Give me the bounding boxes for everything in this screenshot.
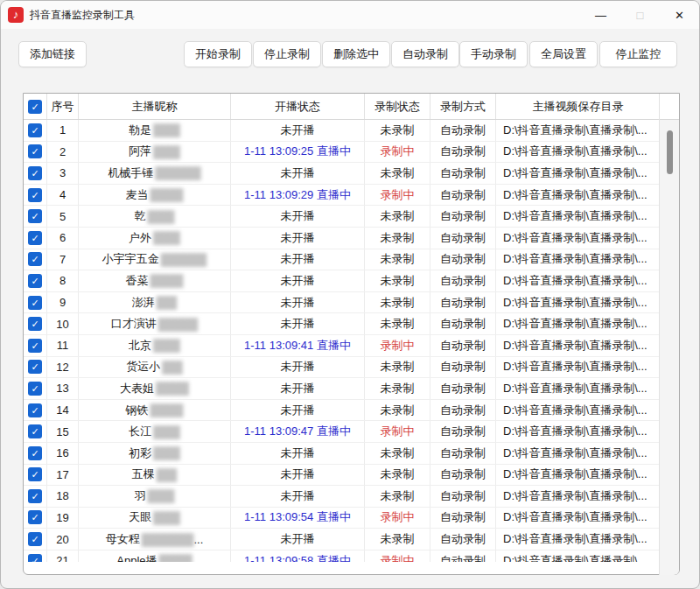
streamer-nickname: 小宇宇五金███████ [79,249,231,270]
streamer-nickname: 北京████ [79,335,231,356]
scrollbar-thumb[interactable] [667,130,673,174]
row-checkbox[interactable]: ✓ [28,209,42,223]
row-checkbox[interactable]: ✓ [28,382,42,396]
row-index: 16 [47,443,79,464]
row-checkbox-cell: ✓ [24,292,47,313]
table-row[interactable]: ✓2阿萍████1-11 13:09:25 直播中录制中自动录制D:\抖音直播录… [24,142,660,164]
minimize-icon[interactable]: — [581,1,620,29]
row-index: 6 [47,228,79,249]
table-row[interactable]: ✓15长江████1-11 13:09:47 直播中录制中自动录制D:\抖音直播… [24,421,660,443]
row-index: 3 [47,163,79,184]
row-checkbox-cell: ✓ [24,421,47,442]
row-checkbox[interactable]: ✓ [28,489,42,503]
save-directory: D:\抖音直播录制\直播录制\... [496,185,660,206]
record-status: 未录制 [365,400,430,421]
nickname-visible-text: 长江 [129,424,151,439]
save-directory: D:\抖音直播录制\直播录制\... [496,120,660,141]
record-mode: 自动录制 [430,400,496,421]
table-row[interactable]: ✓17五棵███未开播未录制自动录制D:\抖音直播录制\直播录制\... [24,465,660,487]
record-mode: 自动录制 [430,508,496,529]
row-checkbox[interactable]: ✓ [28,446,42,460]
table-row[interactable]: ✓11北京████1-11 13:09:41 直播中录制中自动录制D:\抖音直播… [24,335,660,357]
row-checkbox[interactable]: ✓ [28,274,42,288]
table-row[interactable]: ✓5乾████未开播未录制自动录制D:\抖音直播录制\直播录制\... [24,206,660,228]
table-row[interactable]: ✓3机械手锤███████未开播未录制自动录制D:\抖音直播录制\直播录制\..… [24,163,660,185]
row-checkbox[interactable]: ✓ [28,532,42,546]
save-directory: D:\抖音直播录制\直播录制\... [496,443,660,464]
row-checkbox[interactable]: ✓ [28,424,42,438]
table-row[interactable]: ✓10口才演讲██████未开播未录制自动录制D:\抖音直播录制\直播录制\..… [24,313,660,335]
row-checkbox[interactable]: ✓ [28,166,42,180]
start-record-button[interactable]: 开始录制 [184,41,252,67]
close-icon[interactable]: ✕ [660,1,699,29]
nickname-visible-text: 五棵 [132,466,155,482]
header-record-mode: 录制方式 [430,94,496,119]
table-row[interactable]: ✓9澎湃███未开播未录制自动录制D:\抖音直播录制\直播录制\... [24,292,660,314]
add-link-button[interactable]: 添加链接 [18,41,87,67]
live-status: 未开播 [231,228,365,249]
record-status: 录制中 [365,550,430,562]
row-checkbox[interactable]: ✓ [28,403,42,417]
streamer-nickname: 大表姐█████ [79,378,231,399]
live-status: 未开播 [231,120,365,141]
streamer-nickname: 天眼████ [79,508,231,529]
row-index: 12 [47,357,79,378]
auto-record-button[interactable]: 自动录制 [391,41,459,67]
global-settings-button[interactable]: 全局设置 [529,41,598,67]
save-directory: D:\抖音直播录制\直播录制\... [496,529,660,550]
select-all-checkbox[interactable]: ✓ [28,100,42,114]
live-status: 未开播 [231,206,365,227]
delete-selected-button[interactable]: 删除选中 [322,41,390,67]
row-index: 13 [47,378,79,399]
row-checkbox[interactable]: ✓ [28,510,42,524]
row-checkbox[interactable]: ✓ [28,554,42,562]
row-checkbox[interactable]: ✓ [28,467,42,481]
table-row[interactable]: ✓20母女程████████...未开播未录制自动录制D:\抖音直播录制\直播录… [24,529,660,550]
header-nickname: 主播昵称 [79,94,231,119]
record-mode: 自动录制 [430,142,496,163]
record-mode: 自动录制 [430,120,496,141]
row-checkbox[interactable]: ✓ [28,317,42,331]
stop-monitor-button[interactable]: 停止监控 [599,41,677,67]
row-checkbox[interactable]: ✓ [28,252,42,266]
record-status: 录制中 [365,142,430,163]
manual-record-button[interactable]: 手动录制 [459,41,528,67]
live-status: 未开播 [231,249,365,270]
record-mode: 自动录制 [430,486,496,507]
table-row[interactable]: ✓7小宇宇五金███████未开播未录制自动录制D:\抖音直播录制\直播录制\.… [24,249,660,271]
live-status: 未开播 [231,163,365,184]
table-row[interactable]: ✓16初彩████未开播未录制自动录制D:\抖音直播录制\直播录制\... [24,443,660,465]
row-checkbox[interactable]: ✓ [28,339,42,353]
table-row[interactable]: ✓1勒是████未开播未录制自动录制D:\抖音直播录制\直播录制\... [24,120,660,142]
row-index: 15 [47,421,79,442]
streamer-nickname: 羽████ [79,486,231,507]
streamer-nickname: 乾████ [79,206,231,227]
row-checkbox[interactable]: ✓ [28,296,42,310]
row-checkbox[interactable]: ✓ [28,360,42,374]
nickname-visible-text: 香菜 [125,273,148,289]
row-index: 4 [47,185,79,206]
table-row[interactable]: ✓14钢铁█████未开播未录制自动录制D:\抖音直播录制\直播录制\... [24,400,660,422]
table-row[interactable]: ✓19天眼████1-11 13:09:54 直播中录制中自动录制D:\抖音直播… [24,508,660,529]
table-row[interactable]: ✓6户外████未开播未录制自动录制D:\抖音直播录制\直播录制\... [24,228,660,249]
table-row[interactable]: ✓4麦当█████1-11 13:09:29 直播中录制中自动录制D:\抖音直播… [24,185,660,207]
streamer-nickname: 五棵███ [79,465,231,486]
table-row[interactable]: ✓12货运小███未开播未录制自动录制D:\抖音直播录制\直播录制\... [24,357,660,379]
row-checkbox-cell: ✓ [24,270,47,291]
nickname-visible-text: 货运小 [126,359,160,375]
record-mode: 自动录制 [430,185,496,206]
row-checkbox[interactable]: ✓ [28,231,42,245]
table-row[interactable]: ✓8香菜█████未开播未录制自动录制D:\抖音直播录制\直播录制\... [24,270,660,292]
vertical-scrollbar[interactable] [659,94,679,575]
maximize-icon[interactable]: □ [620,1,660,29]
table-row[interactable]: ✓18羽████未开播未录制自动录制D:\抖音直播录制\直播录制\... [24,486,660,508]
table-row[interactable]: ✓13大表姐█████未开播未录制自动录制D:\抖音直播录制\直播录制\... [24,378,660,400]
save-directory: D:\抖音直播录制\直播录制\... [496,486,660,507]
table-row[interactable]: ✓21Apple播█████1-11 13:09:58 直播中录制中自动录制D:… [24,550,660,562]
streamer-nickname: 口才演讲██████ [79,313,231,334]
stop-record-button[interactable]: 停止录制 [253,41,321,67]
row-checkbox[interactable]: ✓ [28,123,42,137]
save-directory: D:\抖音直播录制\直播录制\... [496,313,660,334]
row-checkbox[interactable]: ✓ [28,144,42,158]
row-checkbox[interactable]: ✓ [28,188,42,202]
